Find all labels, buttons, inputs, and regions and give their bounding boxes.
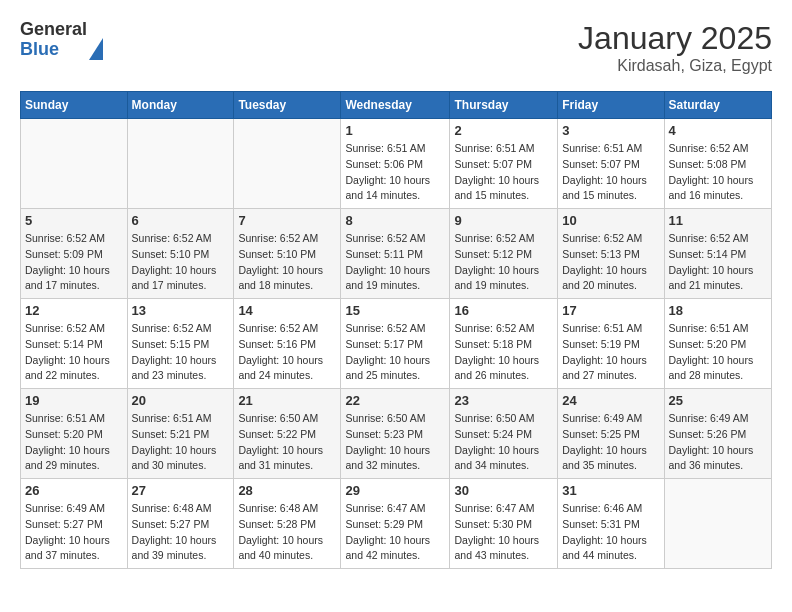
day-number: 27: [132, 483, 230, 498]
calendar-cell: 8Sunrise: 6:52 AM Sunset: 5:11 PM Daylig…: [341, 209, 450, 299]
day-number: 26: [25, 483, 123, 498]
day-number: 16: [454, 303, 553, 318]
day-number: 28: [238, 483, 336, 498]
calendar-cell: 12Sunrise: 6:52 AM Sunset: 5:14 PM Dayli…: [21, 299, 128, 389]
day-info: Sunrise: 6:52 AM Sunset: 5:10 PM Dayligh…: [132, 231, 230, 294]
calendar-cell: 28Sunrise: 6:48 AM Sunset: 5:28 PM Dayli…: [234, 479, 341, 569]
day-info: Sunrise: 6:51 AM Sunset: 5:21 PM Dayligh…: [132, 411, 230, 474]
day-info: Sunrise: 6:51 AM Sunset: 5:19 PM Dayligh…: [562, 321, 659, 384]
calendar-cell: 23Sunrise: 6:50 AM Sunset: 5:24 PM Dayli…: [450, 389, 558, 479]
day-number: 31: [562, 483, 659, 498]
day-number: 23: [454, 393, 553, 408]
calendar-cell: 13Sunrise: 6:52 AM Sunset: 5:15 PM Dayli…: [127, 299, 234, 389]
calendar-week-row: 26Sunrise: 6:49 AM Sunset: 5:27 PM Dayli…: [21, 479, 772, 569]
calendar-cell: 20Sunrise: 6:51 AM Sunset: 5:21 PM Dayli…: [127, 389, 234, 479]
calendar-cell: 11Sunrise: 6:52 AM Sunset: 5:14 PM Dayli…: [664, 209, 771, 299]
weekday-header-thursday: Thursday: [450, 92, 558, 119]
calendar-cell: 24Sunrise: 6:49 AM Sunset: 5:25 PM Dayli…: [558, 389, 664, 479]
calendar-cell: 10Sunrise: 6:52 AM Sunset: 5:13 PM Dayli…: [558, 209, 664, 299]
weekday-header-friday: Friday: [558, 92, 664, 119]
day-info: Sunrise: 6:51 AM Sunset: 5:07 PM Dayligh…: [562, 141, 659, 204]
calendar-cell: 18Sunrise: 6:51 AM Sunset: 5:20 PM Dayli…: [664, 299, 771, 389]
day-info: Sunrise: 6:50 AM Sunset: 5:22 PM Dayligh…: [238, 411, 336, 474]
day-info: Sunrise: 6:52 AM Sunset: 5:11 PM Dayligh…: [345, 231, 445, 294]
day-info: Sunrise: 6:51 AM Sunset: 5:20 PM Dayligh…: [25, 411, 123, 474]
day-number: 14: [238, 303, 336, 318]
day-number: 8: [345, 213, 445, 228]
day-info: Sunrise: 6:52 AM Sunset: 5:15 PM Dayligh…: [132, 321, 230, 384]
day-info: Sunrise: 6:51 AM Sunset: 5:07 PM Dayligh…: [454, 141, 553, 204]
day-number: 29: [345, 483, 445, 498]
day-info: Sunrise: 6:52 AM Sunset: 5:12 PM Dayligh…: [454, 231, 553, 294]
day-number: 19: [25, 393, 123, 408]
day-info: Sunrise: 6:48 AM Sunset: 5:27 PM Dayligh…: [132, 501, 230, 564]
day-number: 10: [562, 213, 659, 228]
weekday-header-monday: Monday: [127, 92, 234, 119]
calendar-cell: 25Sunrise: 6:49 AM Sunset: 5:26 PM Dayli…: [664, 389, 771, 479]
day-number: 12: [25, 303, 123, 318]
calendar-cell: 27Sunrise: 6:48 AM Sunset: 5:27 PM Dayli…: [127, 479, 234, 569]
day-number: 30: [454, 483, 553, 498]
logo-text: General Blue: [20, 20, 87, 60]
calendar-cell: 21Sunrise: 6:50 AM Sunset: 5:22 PM Dayli…: [234, 389, 341, 479]
day-info: Sunrise: 6:51 AM Sunset: 5:06 PM Dayligh…: [345, 141, 445, 204]
day-number: 21: [238, 393, 336, 408]
day-number: 15: [345, 303, 445, 318]
day-number: 9: [454, 213, 553, 228]
calendar-cell: 16Sunrise: 6:52 AM Sunset: 5:18 PM Dayli…: [450, 299, 558, 389]
calendar-cell: 14Sunrise: 6:52 AM Sunset: 5:16 PM Dayli…: [234, 299, 341, 389]
calendar-cell: 15Sunrise: 6:52 AM Sunset: 5:17 PM Dayli…: [341, 299, 450, 389]
calendar-week-row: 19Sunrise: 6:51 AM Sunset: 5:20 PM Dayli…: [21, 389, 772, 479]
day-info: Sunrise: 6:52 AM Sunset: 5:09 PM Dayligh…: [25, 231, 123, 294]
day-number: 20: [132, 393, 230, 408]
day-info: Sunrise: 6:46 AM Sunset: 5:31 PM Dayligh…: [562, 501, 659, 564]
calendar-week-row: 1Sunrise: 6:51 AM Sunset: 5:06 PM Daylig…: [21, 119, 772, 209]
weekday-header-saturday: Saturday: [664, 92, 771, 119]
day-info: Sunrise: 6:47 AM Sunset: 5:30 PM Dayligh…: [454, 501, 553, 564]
calendar-table: SundayMondayTuesdayWednesdayThursdayFrid…: [20, 91, 772, 569]
calendar-cell: 26Sunrise: 6:49 AM Sunset: 5:27 PM Dayli…: [21, 479, 128, 569]
logo: General Blue: [20, 20, 103, 60]
calendar-cell: 6Sunrise: 6:52 AM Sunset: 5:10 PM Daylig…: [127, 209, 234, 299]
calendar-cell: 30Sunrise: 6:47 AM Sunset: 5:30 PM Dayli…: [450, 479, 558, 569]
weekday-header-sunday: Sunday: [21, 92, 128, 119]
calendar-cell: 29Sunrise: 6:47 AM Sunset: 5:29 PM Dayli…: [341, 479, 450, 569]
calendar-week-row: 5Sunrise: 6:52 AM Sunset: 5:09 PM Daylig…: [21, 209, 772, 299]
day-info: Sunrise: 6:49 AM Sunset: 5:26 PM Dayligh…: [669, 411, 767, 474]
day-number: 4: [669, 123, 767, 138]
calendar-cell: [21, 119, 128, 209]
calendar-cell: [664, 479, 771, 569]
day-number: 17: [562, 303, 659, 318]
page-header: General Blue January 2025 Kirdasah, Giza…: [20, 20, 772, 75]
calendar-cell: 22Sunrise: 6:50 AM Sunset: 5:23 PM Dayli…: [341, 389, 450, 479]
day-info: Sunrise: 6:52 AM Sunset: 5:13 PM Dayligh…: [562, 231, 659, 294]
calendar-cell: 17Sunrise: 6:51 AM Sunset: 5:19 PM Dayli…: [558, 299, 664, 389]
day-info: Sunrise: 6:49 AM Sunset: 5:27 PM Dayligh…: [25, 501, 123, 564]
day-number: 18: [669, 303, 767, 318]
calendar-cell: 19Sunrise: 6:51 AM Sunset: 5:20 PM Dayli…: [21, 389, 128, 479]
calendar-cell: [127, 119, 234, 209]
day-info: Sunrise: 6:52 AM Sunset: 5:17 PM Dayligh…: [345, 321, 445, 384]
calendar-cell: 4Sunrise: 6:52 AM Sunset: 5:08 PM Daylig…: [664, 119, 771, 209]
calendar-subtitle: Kirdasah, Giza, Egypt: [578, 57, 772, 75]
day-info: Sunrise: 6:52 AM Sunset: 5:10 PM Dayligh…: [238, 231, 336, 294]
day-number: 22: [345, 393, 445, 408]
day-number: 3: [562, 123, 659, 138]
weekday-header-row: SundayMondayTuesdayWednesdayThursdayFrid…: [21, 92, 772, 119]
logo-general: General: [20, 20, 87, 40]
day-info: Sunrise: 6:49 AM Sunset: 5:25 PM Dayligh…: [562, 411, 659, 474]
calendar-title: January 2025: [578, 20, 772, 57]
day-info: Sunrise: 6:52 AM Sunset: 5:14 PM Dayligh…: [25, 321, 123, 384]
day-number: 6: [132, 213, 230, 228]
day-number: 7: [238, 213, 336, 228]
day-info: Sunrise: 6:50 AM Sunset: 5:23 PM Dayligh…: [345, 411, 445, 474]
calendar-cell: 31Sunrise: 6:46 AM Sunset: 5:31 PM Dayli…: [558, 479, 664, 569]
day-number: 25: [669, 393, 767, 408]
calendar-cell: [234, 119, 341, 209]
day-info: Sunrise: 6:52 AM Sunset: 5:18 PM Dayligh…: [454, 321, 553, 384]
day-number: 24: [562, 393, 659, 408]
day-number: 1: [345, 123, 445, 138]
day-number: 5: [25, 213, 123, 228]
day-info: Sunrise: 6:47 AM Sunset: 5:29 PM Dayligh…: [345, 501, 445, 564]
weekday-header-tuesday: Tuesday: [234, 92, 341, 119]
